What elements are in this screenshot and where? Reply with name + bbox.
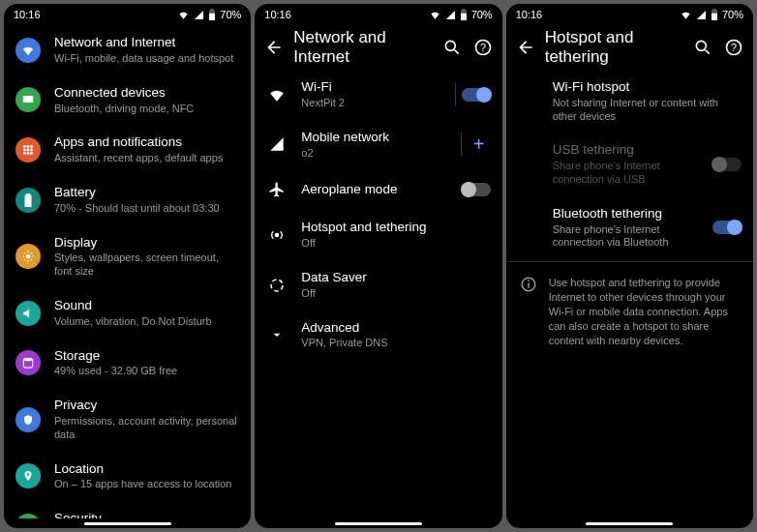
nav-bar[interactable] xyxy=(506,518,753,528)
devices-icon xyxy=(15,87,41,112)
item-title: Security xyxy=(54,511,239,518)
status-bar: 10:16 70% xyxy=(506,4,753,25)
nav-handle[interactable] xyxy=(586,522,673,525)
status-time: 10:16 xyxy=(14,9,41,20)
item-subtitle: Assistant, recent apps, default apps xyxy=(54,152,239,165)
hotspot-list[interactable]: Wi-Fi hotspotNot sharing Internet or con… xyxy=(506,70,753,518)
svg-point-18 xyxy=(275,233,280,238)
phone-screen-network: 10:16 70% Network and Internet ? Wi-FiNe… xyxy=(255,4,501,528)
divider xyxy=(455,83,456,106)
add-network-button[interactable]: + xyxy=(468,133,491,156)
item-title: Mobile network xyxy=(301,130,446,146)
row-usb-tethering: USB tetheringShare phone's Internet conn… xyxy=(506,133,753,195)
chevron-down-icon xyxy=(266,324,288,345)
settings-item-apps[interactable]: Apps and notificationsAssistant, recent … xyxy=(4,125,251,175)
settings-item-network[interactable]: Network and InternetWi-Fi, mobile, data … xyxy=(4,25,251,75)
aeroplane-toggle[interactable] xyxy=(462,183,491,196)
item-subtitle: Share phone's Internet connection via US… xyxy=(553,160,699,187)
svg-point-6 xyxy=(30,149,33,152)
settings-list[interactable]: Network and InternetWi-Fi, mobile, data … xyxy=(4,25,251,518)
back-button[interactable] xyxy=(262,36,286,59)
item-subtitle: Off xyxy=(301,237,490,251)
help-button[interactable]: ? xyxy=(471,36,495,59)
svg-point-19 xyxy=(271,280,283,291)
item-subtitle: On – 15 apps have access to location xyxy=(54,478,239,491)
location-icon xyxy=(15,463,41,488)
row-mobile-network[interactable]: Mobile networko2 + xyxy=(255,120,501,170)
svg-point-20 xyxy=(696,41,706,50)
row-wifi-hotspot[interactable]: Wi-Fi hotspotNot sharing Internet or con… xyxy=(506,70,753,133)
item-subtitle: VPN, Private DNS xyxy=(301,337,490,350)
status-icons: 70% xyxy=(680,9,743,20)
battery-icon xyxy=(711,9,718,20)
svg-rect-25 xyxy=(528,281,530,282)
svg-point-4 xyxy=(23,149,26,152)
item-subtitle: 49% used - 32.90 GB free xyxy=(54,365,239,378)
svg-point-11 xyxy=(23,358,32,362)
settings-item-security[interactable]: SecurityPlay Protect, screen lock, face … xyxy=(4,501,251,518)
item-title: Sound xyxy=(54,298,239,314)
item-subtitle: Share phone's Internet connection via Bl… xyxy=(553,223,699,251)
row-hotspot[interactable]: Hotspot and tetheringOff xyxy=(255,210,501,260)
bluetooth-tethering-toggle[interactable] xyxy=(712,221,742,234)
nav-bar[interactable] xyxy=(255,518,501,528)
item-title: Storage xyxy=(54,348,239,365)
battery-icon xyxy=(208,9,216,20)
battery-percent: 70% xyxy=(471,9,493,20)
search-button[interactable] xyxy=(691,36,714,59)
item-subtitle: Permissions, account activity, personal … xyxy=(54,415,239,442)
item-title: Display xyxy=(54,235,239,251)
network-list[interactable]: Wi-FiNextPit 2 Mobile networko2 + Aeropl… xyxy=(255,70,501,518)
svg-point-3 xyxy=(30,145,33,148)
row-data-saver[interactable]: Data SaverOff xyxy=(255,260,501,310)
nav-handle[interactable] xyxy=(84,522,171,525)
svg-point-8 xyxy=(27,152,30,155)
search-button[interactable] xyxy=(440,36,464,59)
settings-item-display[interactable]: DisplayStyles, wallpapers, screen timeou… xyxy=(4,225,251,288)
settings-item-connected[interactable]: Connected devicesBluetooth, driving mode… xyxy=(4,75,251,126)
nav-handle[interactable] xyxy=(335,522,422,525)
settings-item-storage[interactable]: Storage49% used - 32.90 GB free xyxy=(4,339,251,389)
data-saver-icon xyxy=(266,275,288,296)
svg-text:?: ? xyxy=(731,42,737,53)
item-subtitle: Wi-Fi, mobile, data usage and hotspot xyxy=(54,52,239,66)
settings-item-sound[interactable]: SoundVolume, vibration, Do Not Disturb xyxy=(4,288,251,339)
phone-screen-settings: 10:16 70% Network and InternetWi-Fi, mob… xyxy=(4,4,251,528)
settings-item-privacy[interactable]: PrivacyPermissions, account activity, pe… xyxy=(4,388,251,451)
page-title: Hotspot and tethering xyxy=(545,28,683,67)
nav-bar[interactable] xyxy=(4,518,251,528)
item-title: Aeroplane mode xyxy=(301,182,447,198)
wifi-toggle[interactable] xyxy=(462,88,491,102)
status-time: 10:16 xyxy=(264,9,291,20)
settings-item-battery[interactable]: Battery70% - Should last until about 03:… xyxy=(4,175,251,225)
item-title: Privacy xyxy=(54,398,239,414)
signal-icon xyxy=(445,10,456,20)
battery-icon xyxy=(15,188,41,213)
row-bluetooth-tethering[interactable]: Bluetooth tetheringShare phone's Interne… xyxy=(506,196,753,259)
status-time: 10:16 xyxy=(516,9,543,20)
svg-point-1 xyxy=(23,145,26,148)
wifi-icon xyxy=(429,10,441,20)
row-aeroplane-mode[interactable]: Aeroplane mode xyxy=(255,169,501,210)
item-title: Advanced xyxy=(301,320,490,337)
item-title: Connected devices xyxy=(54,85,239,102)
svg-point-7 xyxy=(23,152,26,155)
settings-item-location[interactable]: LocationOn – 15 apps have access to loca… xyxy=(4,452,251,502)
storage-icon xyxy=(15,350,41,375)
help-button[interactable]: ? xyxy=(722,36,745,59)
svg-text:?: ? xyxy=(480,42,486,53)
svg-point-5 xyxy=(27,149,30,152)
row-wifi[interactable]: Wi-FiNextPit 2 xyxy=(255,70,501,120)
row-advanced[interactable]: AdvancedVPN, Private DNS xyxy=(255,310,501,361)
usb-tethering-toggle xyxy=(712,158,742,171)
item-title: Apps and notifications xyxy=(54,134,239,151)
item-title: USB tethering xyxy=(553,142,699,159)
back-button[interactable] xyxy=(514,36,537,59)
svg-point-10 xyxy=(26,254,31,259)
item-subtitle: Off xyxy=(301,287,490,301)
svg-rect-24 xyxy=(528,283,530,288)
status-bar: 10:16 70% xyxy=(255,4,501,25)
wifi-icon xyxy=(266,84,288,105)
display-icon xyxy=(15,244,41,269)
wifi-icon xyxy=(15,38,41,63)
